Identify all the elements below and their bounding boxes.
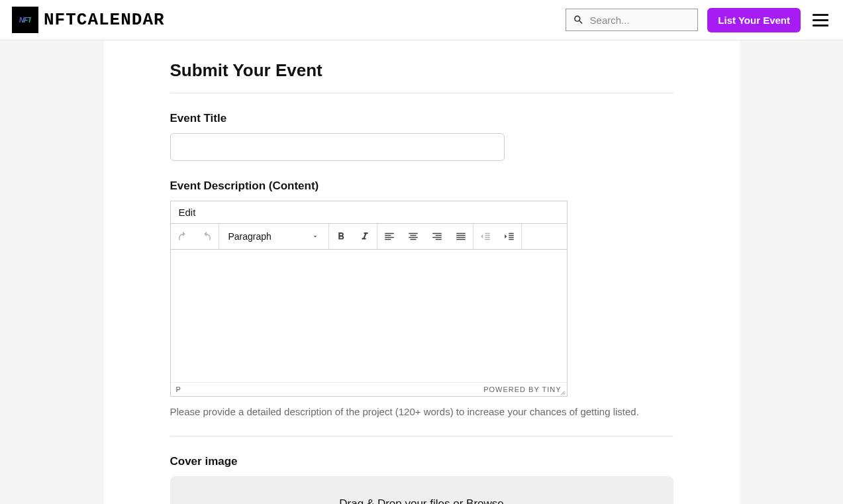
- rich-text-editor: Edit Paragraph: [170, 201, 568, 397]
- italic-button[interactable]: [353, 224, 377, 249]
- redo-button[interactable]: [195, 224, 219, 249]
- cover-image-dropzone[interactable]: Drag & Drop your files or Browse: [170, 476, 673, 504]
- format-dropdown[interactable]: Paragraph: [219, 224, 328, 249]
- chevron-down-icon: [311, 232, 319, 240]
- cover-image-label: Cover image: [170, 455, 673, 468]
- indent-icon: [503, 230, 515, 242]
- italic-icon: [359, 230, 371, 242]
- dropzone-text: Drag & Drop your files or: [339, 497, 466, 504]
- resize-handle-icon[interactable]: [559, 388, 566, 395]
- search-box[interactable]: [566, 9, 698, 31]
- align-justify-button[interactable]: [449, 224, 473, 249]
- editor-menu-edit[interactable]: Edit: [179, 207, 196, 218]
- search-input[interactable]: [590, 15, 691, 26]
- brand-title: NFTCALENDAR: [44, 10, 165, 30]
- format-dropdown-label: Paragraph: [228, 231, 272, 242]
- align-left-icon: [383, 230, 395, 242]
- align-center-icon: [407, 230, 419, 242]
- redo-icon: [201, 230, 213, 242]
- align-justify-icon: [455, 230, 467, 242]
- page-title: Submit Your Event: [170, 60, 673, 81]
- list-your-event-button[interactable]: List Your Event: [707, 8, 801, 32]
- site-header: NFT NFTCALENDAR List Your Event: [0, 0, 843, 40]
- header-actions: List Your Event: [566, 8, 831, 32]
- search-icon: [573, 13, 584, 26]
- indent-button[interactable]: [497, 224, 521, 249]
- outdent-icon: [479, 230, 491, 242]
- divider: [170, 93, 673, 93]
- align-left-button[interactable]: [377, 224, 401, 249]
- undo-icon: [177, 230, 189, 242]
- undo-button[interactable]: [171, 224, 195, 249]
- outdent-button[interactable]: [473, 224, 497, 249]
- divider: [170, 436, 673, 436]
- bold-icon: [335, 230, 347, 242]
- align-right-icon: [431, 230, 443, 242]
- logo-icon: NFT: [12, 7, 38, 33]
- editor-menubar: Edit: [171, 201, 567, 224]
- editor-element-path[interactable]: P: [176, 385, 181, 393]
- browse-link[interactable]: Browse: [466, 497, 504, 504]
- header-brand[interactable]: NFT NFTCALENDAR: [12, 7, 165, 33]
- editor-toolbar: Paragraph: [171, 224, 567, 250]
- align-right-button[interactable]: [425, 224, 449, 249]
- event-title-input[interactable]: [170, 133, 505, 161]
- event-title-label: Event Title: [170, 112, 673, 125]
- bold-button[interactable]: [329, 224, 353, 249]
- form-card: Submit Your Event Event Title Event Desc…: [104, 40, 740, 504]
- event-description-label: Event Description (Content): [170, 179, 673, 193]
- menu-icon[interactable]: [810, 11, 831, 29]
- editor-content[interactable]: [171, 250, 567, 382]
- editor-powered-by[interactable]: POWERED BY TINY: [483, 385, 561, 393]
- editor-statusbar: P POWERED BY TINY: [171, 382, 567, 396]
- description-hint: Please provide a detailed description of…: [170, 406, 673, 417]
- align-center-button[interactable]: [401, 224, 425, 249]
